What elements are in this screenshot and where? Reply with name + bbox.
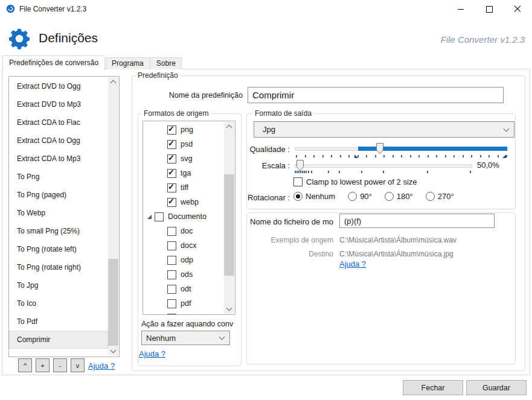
format-row[interactable]: docx — [143, 238, 235, 253]
rotate-options: Nenhum90°180°270° — [293, 192, 467, 201]
checkbox[interactable] — [167, 285, 176, 294]
tree-expander-icon[interactable] — [147, 215, 152, 219]
output-format-select[interactable]: Jpg — [254, 121, 514, 138]
close-dialog-button[interactable]: Fechar — [403, 380, 463, 395]
format-row[interactable] — [143, 311, 235, 314]
rotate-option[interactable]: 180° — [385, 192, 413, 201]
rotate-option[interactable]: 90° — [348, 192, 372, 201]
list-item[interactable]: To Webp — [9, 204, 108, 222]
maximize-button[interactable] — [475, 0, 503, 18]
radio-button[interactable] — [348, 192, 357, 201]
format-row[interactable]: pdf — [143, 296, 235, 311]
save-button[interactable]: Guardar — [466, 380, 527, 395]
list-item[interactable]: To Png (paged) — [9, 186, 108, 204]
quality-slider-thumb[interactable] — [376, 143, 383, 154]
scroll-down-icon — [226, 305, 232, 311]
title-bar: File Converter v1.2.3 — [0, 0, 532, 18]
list-item[interactable]: Extract DVD to Ogg — [9, 77, 108, 95]
list-item[interactable]: To Png (rotate left) — [9, 240, 108, 258]
scale-slider[interactable] — [295, 164, 472, 168]
tick-mark — [339, 171, 340, 173]
tick-mark — [410, 155, 411, 157]
rotate-option[interactable]: 270° — [426, 192, 454, 201]
format-row[interactable]: tiff — [143, 180, 235, 195]
move-up-button[interactable]: ^ — [18, 358, 32, 372]
close-button[interactable] — [504, 0, 531, 18]
list-item[interactable]: To Pdf — [9, 313, 108, 331]
close-icon — [514, 5, 521, 13]
format-row[interactable]: doc — [143, 224, 235, 238]
list-item[interactable]: Extract CDA to Mp3 — [9, 150, 108, 168]
conversion-action-select[interactable]: Nenhum — [141, 331, 230, 345]
checkbox[interactable] — [167, 183, 176, 192]
add-preset-button[interactable]: + — [36, 358, 50, 372]
format-row[interactable]: png — [143, 122, 235, 137]
checkbox[interactable] — [167, 198, 176, 207]
scrollbar-thumb[interactable] — [108, 259, 118, 346]
destination-label: Destino — [242, 250, 333, 258]
radio-button[interactable] — [426, 192, 435, 201]
clamp-checkbox[interactable] — [293, 177, 303, 186]
checkbox[interactable] — [167, 241, 176, 250]
tab[interactable]: Programa — [106, 57, 150, 69]
minimize-button[interactable] — [447, 0, 475, 18]
list-item[interactable]: To small Png (25%) — [9, 222, 108, 240]
list-item[interactable]: To Png — [9, 168, 108, 186]
radio-button[interactable] — [293, 192, 303, 201]
presets-help-link[interactable]: Ajuda ? — [88, 361, 115, 370]
list-item[interactable]: Extract CDA to Flac — [9, 113, 108, 132]
checkbox[interactable] — [167, 299, 176, 308]
tick-mark — [308, 171, 309, 173]
checkbox[interactable] — [155, 212, 164, 221]
format-row[interactable]: odt — [143, 282, 235, 296]
tick-mark — [296, 155, 297, 157]
checkbox[interactable] — [167, 227, 176, 236]
tick-mark — [302, 171, 303, 173]
tick-mark — [383, 171, 384, 173]
list-item[interactable]: Extract CDA to Ogg — [9, 132, 108, 150]
format-row[interactable]: psd — [143, 137, 235, 151]
list-item[interactable]: Extract DVD to Mp3 — [9, 95, 108, 113]
format-row[interactable]: Documento — [143, 209, 235, 224]
format-row[interactable]: webp — [143, 195, 235, 209]
preset-list-scrollbar[interactable] — [108, 77, 118, 356]
format-row[interactable]: tga — [143, 166, 235, 180]
formats-help-link[interactable]: Ajuda ? — [139, 349, 165, 358]
list-item[interactable]: To Jpg — [9, 276, 108, 294]
checkbox[interactable] — [167, 140, 176, 149]
checkbox[interactable] — [167, 154, 176, 163]
filename-template-label: Nome do ficheiro de mo — [242, 217, 333, 226]
format-row[interactable]: svg — [143, 151, 235, 166]
checkbox[interactable] — [167, 125, 176, 135]
tick-mark — [480, 155, 481, 157]
list-item[interactable]: Comprimir — [9, 331, 108, 349]
radio-label: Nenhum — [306, 192, 335, 201]
scrollbar-thumb[interactable] — [224, 174, 234, 276]
format-list-scrollbar[interactable] — [224, 122, 234, 314]
checkbox[interactable] — [167, 314, 176, 315]
format-row[interactable]: ods — [143, 267, 235, 282]
format-row[interactable]: odp — [143, 253, 235, 267]
rotate-option[interactable]: Nenhum — [293, 192, 335, 201]
filename-template-input[interactable] — [339, 214, 495, 228]
tab[interactable]: Sobre — [150, 57, 182, 69]
checkbox[interactable] — [167, 169, 176, 178]
scale-slider-thumb[interactable] — [296, 160, 304, 171]
tick-mark — [375, 155, 376, 157]
format-label: svg — [181, 154, 192, 163]
source-example-value: C:\Música\Artista\Álbum\música.wav — [339, 236, 457, 244]
filename-help-link[interactable]: Ajuda ? — [339, 259, 366, 268]
checkbox[interactable] — [167, 256, 176, 265]
tick-mark — [498, 155, 499, 157]
preset-name-input[interactable] — [248, 87, 504, 103]
tick-mark — [296, 171, 298, 173]
list-item[interactable]: To Ico — [9, 294, 108, 313]
quality-ticks — [295, 155, 507, 159]
remove-preset-button[interactable]: - — [53, 358, 67, 372]
checkbox[interactable] — [167, 270, 176, 279]
list-item[interactable]: To Png (rotate right) — [9, 258, 108, 276]
minimize-icon — [458, 9, 464, 10]
move-down-button[interactable]: v — [71, 358, 85, 372]
radio-button[interactable] — [385, 192, 394, 201]
tab[interactable]: Predefinições de conversão — [2, 56, 105, 70]
